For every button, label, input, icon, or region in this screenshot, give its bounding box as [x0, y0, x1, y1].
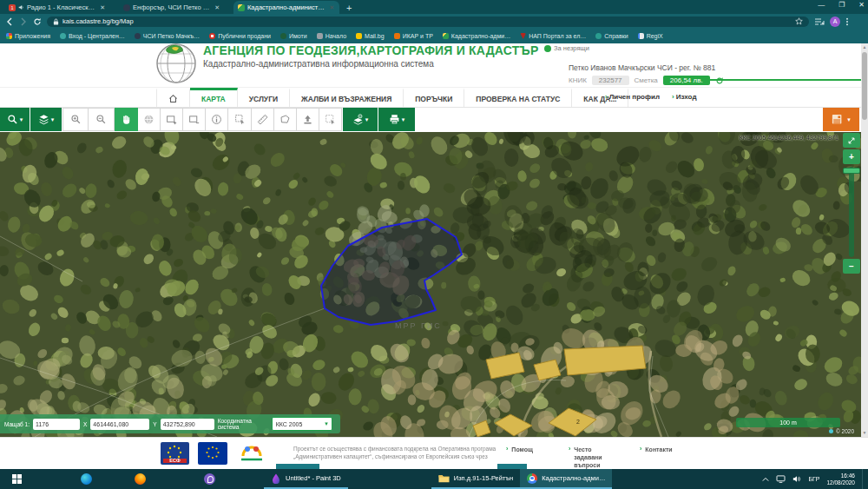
knik-label: КНИК — [569, 76, 587, 84]
bookmark-apps[interactable]: Приложения — [6, 33, 50, 39]
layers-info-button[interactable]: ▾ — [343, 108, 378, 131]
footer-link-contacts[interactable]: ›Контакти — [640, 446, 673, 453]
building-footprint[interactable] — [549, 408, 596, 436]
bookmark-item[interactable]: Вход - Централен… — [60, 33, 125, 39]
nav-zhalbi[interactable]: ЖАЛБИ И ВЪЗРАЖЕНИЯ — [290, 88, 404, 107]
map-viewport[interactable]: 2 МРР ГИС ККС 2005 4614236,449, 432799,8… — [0, 132, 861, 437]
bookmark-item[interactable]: НАП Портал за ел… — [520, 33, 586, 39]
taskbar-firefox-button[interactable] — [123, 469, 156, 489]
side-panel-menu-button[interactable]: ▾ — [823, 108, 859, 131]
bookmark-item[interactable]: Начало — [317, 33, 346, 39]
print-button[interactable]: ▾ — [378, 108, 415, 131]
bookmark-item[interactable]: ИКАР и ТР — [394, 33, 433, 39]
taskbar-viber-button[interactable] — [193, 469, 226, 489]
building-footprint[interactable] — [564, 346, 646, 375]
crs-select[interactable]: ККС 2005 ▾ — [272, 417, 332, 431]
accessibility-link[interactable]: За незрящи — [544, 44, 589, 52]
network-icon[interactable] — [776, 475, 786, 483]
reload-icon[interactable] — [33, 17, 42, 26]
profile-avatar[interactable]: А — [830, 17, 840, 27]
x-coordinate-input[interactable] — [90, 419, 149, 430]
nav-proverka[interactable]: ПРОВЕРКА НА СТАТУС — [464, 88, 572, 107]
ssl-lock-icon[interactable] — [53, 18, 59, 25]
building-footprint[interactable] — [534, 360, 561, 380]
draw-polygon-button[interactable] — [274, 108, 297, 131]
window-minimize-button[interactable]: — — [818, 1, 825, 9]
measure-area-button[interactable] — [228, 108, 252, 131]
window-maximize-button[interactable]: ❐ — [838, 1, 845, 9]
map-zoom-in-button[interactable]: + — [843, 149, 860, 164]
globe-tool-button[interactable] — [138, 108, 161, 131]
new-tab-button[interactable]: + — [346, 2, 352, 14]
start-button[interactable] — [0, 469, 33, 489]
upload-button[interactable] — [297, 108, 319, 131]
taskbar-edge-button[interactable] — [69, 469, 102, 489]
map-zoom-out-button[interactable]: − — [843, 259, 860, 274]
zoom-out-button[interactable] — [89, 108, 115, 131]
search-tool-button[interactable]: ▾ — [0, 108, 30, 131]
nav-uslugi[interactable]: УСЛУГИ — [238, 88, 290, 107]
show-desktop-button[interactable] — [862, 469, 865, 489]
select-rectangle-button[interactable] — [319, 108, 342, 131]
building-footprint[interactable] — [486, 353, 524, 379]
nav-porachki[interactable]: ПОРЪЧКИ — [404, 88, 464, 107]
zoom-slider-handle[interactable] — [843, 168, 860, 174]
reading-list-icon[interactable] — [814, 17, 825, 26]
info-tool-button[interactable] — [206, 108, 228, 131]
forward-icon[interactable] — [19, 17, 28, 26]
taskbar-paint3d-button[interactable]: Untitled* - Paint 3D — [264, 469, 348, 489]
tray-chevron-up-icon[interactable] — [762, 477, 769, 482]
taskbar-explorer-button[interactable]: Изп.д.91-15-Рейтън — [431, 469, 520, 489]
selected-parcel-polygon[interactable] — [321, 219, 462, 325]
bookmark-item[interactable]: Имоти — [280, 33, 307, 39]
zoom-slider-track[interactable] — [849, 167, 854, 257]
bookmark-item[interactable]: RegiX — [638, 33, 663, 39]
tab-close-icon[interactable]: ✕ — [214, 4, 220, 11]
volume-icon[interactable] — [792, 475, 801, 483]
measure-distance-button[interactable] — [252, 108, 274, 131]
tab-audio-icon[interactable] — [18, 4, 24, 10]
page-scrollbar[interactable]: ▲ ▼ — [861, 43, 868, 437]
nav-karta[interactable]: КАРТА — [190, 88, 238, 107]
layers-tool-button[interactable]: ▾ — [30, 108, 62, 131]
browser-menu-icon[interactable] — [845, 17, 849, 26]
building-footprint[interactable] — [495, 414, 532, 436]
bookmark-item[interactable]: ЧСИ Петко Мачкъ… — [135, 33, 200, 39]
bookmark-item[interactable]: Справки — [595, 33, 628, 39]
back-icon[interactable] — [5, 17, 14, 26]
nav-home[interactable] — [156, 88, 190, 107]
crs-label: Координатна система — [218, 418, 268, 430]
address-bar[interactable]: kais.cadastre.bg/bg/Map — [47, 17, 809, 27]
pan-tool-button-active[interactable] — [115, 108, 138, 131]
bookmark-star-icon[interactable] — [795, 17, 803, 25]
scrollbar-thumb[interactable] — [862, 52, 867, 120]
bookmark-item[interactable]: Mail.bg — [356, 33, 385, 39]
browser-tab-kais-active[interactable]: Кадастрално-административна… ✕ — [233, 1, 339, 14]
profile-link[interactable]: ›Личен профил — [605, 93, 660, 101]
target-favicon-icon — [209, 33, 215, 39]
browser-tab-enforcer[interactable]: Енфорсър, ЧСИ Петко Мачкър… ✕ — [119, 1, 225, 14]
scrollbar-down-arrow[interactable]: ▼ — [861, 429, 868, 437]
browser-tab-radio[interactable]: 1 Радио 1 - Класическите хит… ✕ — [4, 1, 110, 14]
footer-link-faq[interactable]: ›Често задавани въпроси — [569, 446, 619, 469]
bookmark-item[interactable]: Публични продани — [209, 33, 271, 39]
logout-link[interactable]: ›Изход — [672, 93, 697, 101]
scrollbar-up-arrow[interactable]: ▲ — [861, 43, 868, 51]
map-scale-bar: 100 m — [736, 418, 840, 427]
url-text[interactable]: kais.cadastre.bg/bg/Map — [62, 17, 792, 25]
account-row: КНИК 232577 Сметка 206,54 лв. — [569, 76, 724, 85]
zoom-in-button[interactable] — [62, 108, 89, 131]
tab-close-icon[interactable]: ✕ — [328, 4, 335, 11]
scale-input[interactable] — [33, 419, 80, 430]
window-close-button[interactable]: ✕ — [858, 1, 865, 9]
clock[interactable]: 16:46 12/08/2020 — [826, 472, 855, 486]
footer-link-help[interactable]: ›Помощ — [506, 446, 533, 453]
taskbar-chrome-button-active[interactable]: Кадастрално-адми… — [520, 469, 612, 489]
zoom-box-in-button[interactable] — [161, 108, 183, 131]
bookmark-item[interactable]: Кадастрално-адми… — [443, 33, 510, 39]
zoom-box-out-button[interactable] — [183, 108, 206, 131]
fullscreen-button[interactable] — [843, 133, 860, 148]
tab-close-icon[interactable]: ✕ — [99, 4, 106, 11]
y-coordinate-input[interactable] — [161, 419, 214, 430]
language-indicator[interactable]: БГР — [808, 476, 819, 482]
